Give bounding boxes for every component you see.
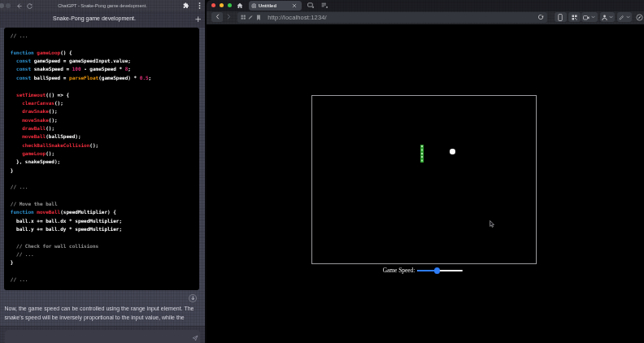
traffic-light-close[interactable] [211,3,215,7]
traffic-light-zoom[interactable] [228,3,232,7]
snake-segment [420,158,424,162]
compass-icon[interactable] [636,14,643,21]
profile-dropdown-button[interactable] [600,12,615,22]
paper-plane-icon[interactable] [192,335,198,341]
game-speed-label: Game Speed: [383,267,416,274]
message-input[interactable] [5,330,200,343]
forward-chevron-icon[interactable] [227,14,231,20]
home-icon[interactable] [237,2,243,9]
grid-icon[interactable] [241,15,246,20]
tab-title: Untitled [259,3,276,8]
game-canvas[interactable] [311,95,537,264]
media-dropdown-button[interactable] [581,12,598,22]
chatgpt-window: ChatGPT - Snake-Pong game development. S… [0,0,205,343]
assistant-line-1: Now, the game speed can be controlled us… [5,304,202,313]
extensions-puzzle-icon[interactable] [183,2,189,9]
browser-toolbar: http://localhost:1234/ [207,11,644,24]
edit-dropdown-button[interactable] [617,12,632,22]
kebab-menu-icon[interactable] [198,2,201,9]
browser-window: Untitled http://localhost:1234/ [207,0,644,343]
mouse-cursor [490,220,495,228]
globe-icon [251,3,257,9]
back-button[interactable] [211,12,223,22]
game-speed-slider[interactable] [417,270,463,272]
chevron-down-icon [609,15,613,19]
close-icon[interactable] [292,3,297,8]
pencil-icon [619,15,624,20]
url-text[interactable]: http://localhost:1234/ [268,14,327,21]
person-icon [602,15,607,21]
bookmark-icon[interactable] [256,15,261,21]
browser-tabbar: Untitled [207,0,644,11]
code-block: // ... function gameLoop() { const gameS… [4,28,199,291]
assistant-line-2: snake's speed will be inversely proporti… [5,313,202,322]
new-tab-icon[interactable] [307,2,315,9]
new-tab-list-icon[interactable] [321,2,329,9]
slider-thumb[interactable] [434,267,440,273]
chat-title: Snake-Pong game development. [0,15,189,21]
scroll-to-bottom-button[interactable] [189,294,197,302]
camera-icon [583,15,590,20]
chevron-down-icon [591,15,595,19]
device-toolbar-button[interactable] [555,12,567,22]
left-titlebar: ChatGPT - Snake-Pong game development. [0,0,205,11]
assistant-message: Now, the game speed can be controlled us… [5,304,202,323]
device-phone-icon [558,14,563,21]
window-title: ChatGPT - Snake-Pong game development. [0,3,205,8]
arrow-down-icon [191,296,195,300]
composer-bar [0,326,205,343]
chat-header: Snake-Pong game development. [0,11,205,28]
webpage: Game Speed: [207,24,644,343]
ball [450,149,455,154]
snake [420,145,424,163]
edit-pencil-icon[interactable] [248,15,253,20]
address-bar[interactable]: http://localhost:1234/ [237,12,547,22]
code-content: // ... function gameLoop() { const gameS… [4,28,199,284]
browser-tab[interactable]: Untitled [249,1,302,11]
plus-icon[interactable] [195,16,201,22]
apps-grid-icon [572,15,577,20]
traffic-light-minimize[interactable] [220,3,224,7]
reload-icon[interactable] [537,14,544,20]
chevron-down-icon [626,15,630,19]
back-chevron-icon [215,14,220,20]
apps-grid-button[interactable] [568,12,581,22]
